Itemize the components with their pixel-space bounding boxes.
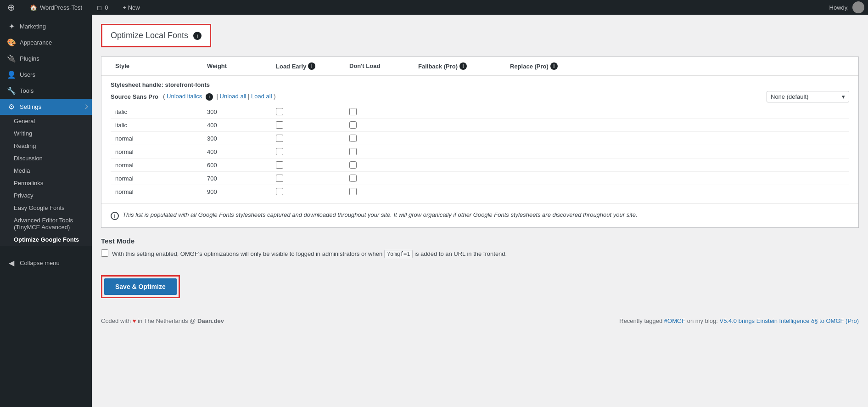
font-group-name-row: Source Sans Pro ( Unload italics i | Unl… <box>111 91 849 102</box>
sidebar-item-appearance[interactable]: 🎨 Appearance <box>0 34 92 51</box>
sidebar-item-settings[interactable]: ⚙ Settings <box>0 99 92 115</box>
col-load-early-header: Load Early i <box>271 62 345 70</box>
blog-post-link[interactable]: V5.4.0 brings Einstein Intelligence δ§ t… <box>720 317 859 324</box>
save-button-wrapper: Save & Optimize <box>101 275 180 298</box>
cell-weight-3: 400 <box>202 148 271 155</box>
home-icon: 🏠 <box>30 4 37 11</box>
tools-icon: 🔧 <box>7 86 16 95</box>
cell-load-early-6 <box>271 188 345 195</box>
sidebar-collapse-menu[interactable]: ◀ Collapse menu <box>0 255 92 271</box>
load-early-checkbox-1[interactable] <box>276 121 283 129</box>
test-mode-row: With this setting enabled, OMGF's optimi… <box>101 249 859 259</box>
dont-load-checkbox-0[interactable] <box>349 108 357 115</box>
sidebar-submenu-general[interactable]: General <box>0 115 92 127</box>
test-mode-checkbox[interactable] <box>101 249 108 257</box>
sidebar-item-label: Settings <box>20 103 41 110</box>
site-name-button[interactable]: 🏠 WordPress-Test <box>26 0 86 15</box>
cell-style-4: normal <box>111 162 202 169</box>
cell-dont-load-3 <box>345 148 414 155</box>
settings-expand-icon <box>84 105 88 109</box>
load-early-checkbox-5[interactable] <box>276 175 283 182</box>
reading-label: Reading <box>14 142 36 149</box>
omgf-hashtag-link[interactable]: #OMGF <box>664 317 685 324</box>
settings-icon: ⚙ <box>7 102 16 111</box>
cell-dont-load-2 <box>345 135 414 142</box>
dont-load-checkbox-2[interactable] <box>349 135 357 142</box>
sidebar: ✦ Marketing 🎨 Appearance 🔌 Plugins 👤 Use… <box>0 15 92 407</box>
replace-info-icon[interactable]: i <box>550 62 558 70</box>
dont-load-checkbox-3[interactable] <box>349 148 357 155</box>
sidebar-submenu-privacy[interactable]: Privacy <box>0 189 92 202</box>
site-name-label: WordPress-Test <box>40 4 82 11</box>
unload-italics-link[interactable]: Unload italics <box>167 93 202 100</box>
sidebar-submenu-discussion[interactable]: Discussion <box>0 152 92 164</box>
optimize-local-fonts-header: Optimize Local Fonts i <box>101 24 211 47</box>
new-label: + New <box>123 4 140 11</box>
settings-submenu: General Writing Reading Discussion Media… <box>0 115 92 246</box>
dropdown-chevron-icon: ▾ <box>842 93 845 100</box>
sidebar-submenu-advanced-editor[interactable]: Advanced Editor Tools(TinyMCE Advanced) <box>0 214 92 233</box>
sidebar-item-plugins[interactable]: 🔌 Plugins <box>0 51 92 67</box>
user-avatar[interactable] <box>852 1 864 13</box>
load-early-checkbox-0[interactable] <box>276 108 283 115</box>
cell-dont-load-4 <box>345 161 414 169</box>
cell-style-1: italic <box>111 122 202 129</box>
col-fallback-header: Fallback (Pro) i <box>414 62 505 70</box>
stylesheet-handle-label: Stylesheet handle: storefront-fonts <box>111 81 210 88</box>
table-header: Style Weight Load Early i Don't Load Fa <box>101 57 858 76</box>
advanced-editor-label: Advanced Editor Tools(TinyMCE Advanced) <box>14 217 73 231</box>
test-mode-section: Test Mode With this setting enabled, OMG… <box>101 237 859 259</box>
save-optimize-button[interactable]: Save & Optimize <box>104 278 177 295</box>
cell-load-early-4 <box>271 161 345 169</box>
cell-weight-4: 600 <box>202 162 271 169</box>
load-early-checkbox-6[interactable] <box>276 188 283 195</box>
permalinks-label: Permalinks <box>14 180 43 187</box>
fallback-info-icon[interactable]: i <box>459 62 467 70</box>
sidebar-submenu-media[interactable]: Media <box>0 164 92 177</box>
cell-style-5: normal <box>111 175 202 182</box>
col-replace-header: Replace (Pro) i <box>505 62 597 70</box>
test-mode-description: With this setting enabled, OMGF's optimi… <box>112 249 507 259</box>
load-early-checkbox-4[interactable] <box>276 161 283 169</box>
cell-weight-1: 400 <box>202 122 271 129</box>
sidebar-submenu-writing[interactable]: Writing <box>0 127 92 140</box>
dont-load-checkbox-1[interactable] <box>349 121 357 129</box>
wp-logo-button[interactable]: ⊕ <box>4 0 19 15</box>
load-all-link[interactable]: Load all <box>251 93 272 100</box>
cell-weight-2: 300 <box>202 135 271 142</box>
col-style-header: Style <box>111 62 202 70</box>
sidebar-item-marketing[interactable]: ✦ Marketing <box>0 18 92 34</box>
dont-load-checkbox-5[interactable] <box>349 175 357 182</box>
test-mode-code: ?omgf=1 <box>384 250 413 258</box>
plugin-header-info-icon[interactable]: i <box>193 32 202 40</box>
plugins-icon: 🔌 <box>7 54 16 63</box>
fallback-dropdown[interactable]: None (default) ▾ <box>767 91 849 102</box>
load-early-checkbox-2[interactable] <box>276 135 283 142</box>
table-row: normal 700 <box>111 172 849 185</box>
cell-dont-load-6 <box>345 188 414 195</box>
dont-load-checkbox-6[interactable] <box>349 188 357 195</box>
table-row: normal 400 <box>111 145 849 158</box>
sidebar-submenu-optimize-google-fonts[interactable]: Optimize Google Fonts <box>0 233 92 246</box>
sidebar-item-tools[interactable]: 🔧 Tools <box>0 83 92 99</box>
cell-weight-6: 900 <box>202 188 271 195</box>
cell-style-2: normal <box>111 135 202 142</box>
dont-load-checkbox-4[interactable] <box>349 161 357 169</box>
users-icon: 👤 <box>7 70 16 79</box>
unload-italics-info-icon[interactable]: i <box>206 93 213 101</box>
new-content-button[interactable]: + New <box>119 0 143 15</box>
font-rows-container: italic 300 italic 400 normal 300 <box>111 105 849 198</box>
sidebar-submenu-easy-google-fonts[interactable]: Easy Google Fonts <box>0 202 92 214</box>
unload-all-link[interactable]: Unload all <box>220 93 246 100</box>
load-early-checkbox-3[interactable] <box>276 148 283 155</box>
admin-bar-right: Howdy, <box>829 1 864 13</box>
sidebar-submenu-reading[interactable]: Reading <box>0 140 92 152</box>
sidebar-item-users[interactable]: 👤 Users <box>0 67 92 83</box>
table-row: italic 400 <box>111 119 849 132</box>
media-button[interactable]: ◻ 0 <box>93 0 112 15</box>
sidebar-submenu-permalinks[interactable]: Permalinks <box>0 177 92 189</box>
footer-left: Coded with ♥ in The Netherlands @ Daan.d… <box>101 317 224 324</box>
load-early-info-icon[interactable]: i <box>308 62 315 70</box>
page-footer: Coded with ♥ in The Netherlands @ Daan.d… <box>101 312 859 330</box>
font-group-handle-row: Stylesheet handle: storefront-fonts <box>111 81 849 88</box>
